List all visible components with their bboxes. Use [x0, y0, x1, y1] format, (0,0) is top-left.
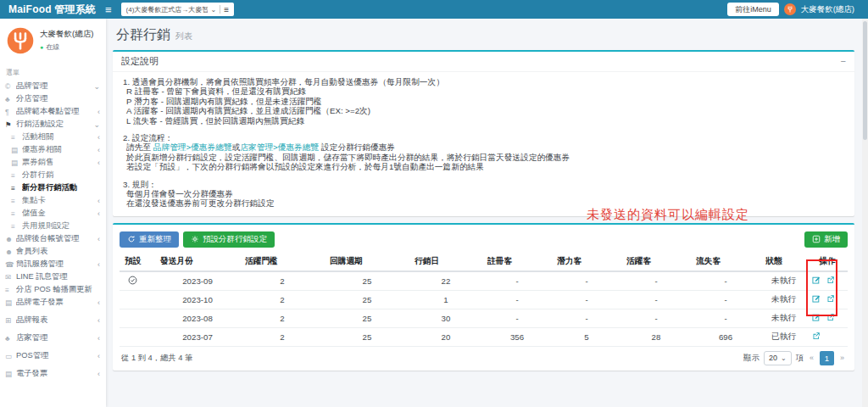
sidebar-item-pos-carousel-update[interactable]: ≡分店 POS 輪播圖更新 — [0, 283, 106, 296]
external-link-icon[interactable] — [812, 332, 821, 342]
sidebar-toggle-icon[interactable]: ≡ — [105, 3, 112, 16]
scrollbar[interactable] — [862, 19, 868, 407]
sidebar-item-ticket-sales[interactable]: ▤票券銷售‹ — [0, 156, 106, 169]
list-icon: ≡ — [11, 209, 22, 218]
page-title: 分群行銷 — [116, 26, 170, 44]
col-lost: 流失客 — [691, 253, 760, 271]
sitemap-icon: ♣ — [5, 95, 16, 103]
sidebar-item-shared-rules[interactable]: ≡共用規則設定 — [0, 220, 106, 232]
red-highlight-box — [806, 259, 837, 316]
chevron-down-icon: ⌄ — [211, 6, 217, 14]
chevron-icon: ‹ — [97, 370, 102, 378]
chevron-icon: ‹ — [97, 159, 102, 167]
sidebar-item-brand-reports[interactable]: ⊞品牌報表‹ — [0, 314, 106, 326]
sidebar-item-branch-management[interactable]: ♣分店管理 — [0, 92, 106, 105]
list-icon: ≡ — [11, 133, 22, 142]
table-row: 2023-09 2 25 22 - - - - 未執行 — [120, 271, 848, 291]
user-avatar[interactable] — [784, 3, 796, 15]
online-status-label: 在線 — [46, 42, 59, 52]
table-toolbar: 重新整理 預設分群行銷設定 新增 — [120, 231, 848, 248]
chevron-icon: ‹ — [97, 197, 102, 205]
users-icon: ☻ — [5, 248, 16, 256]
sidebar-item-backend-accounts[interactable]: ☻品牌後台帳號管理‹ — [0, 232, 106, 245]
collapse-button[interactable]: − — [841, 57, 846, 66]
chevron-icon: ⌄ — [93, 82, 102, 91]
brand-coupon-overview-link[interactable]: 品牌管理>優惠券總覽 — [153, 142, 232, 152]
sidebar-item-brand-template-meals[interactable]: ¶品牌範本餐點管理‹ — [0, 105, 106, 118]
list-icon: ≡ — [11, 184, 22, 192]
chevron-icon: ‹ — [97, 146, 102, 154]
sidebar-item-line-messages[interactable]: ✉LINE 訊息管理 — [0, 270, 106, 283]
default-settings-button[interactable]: 預設分群行銷設定 — [183, 231, 275, 248]
chevron-icon: ‹ — [97, 108, 102, 116]
prev-page-button[interactable]: « — [808, 354, 815, 362]
chevron-icon: ⌄ — [93, 120, 102, 129]
table-row: 2023-08 2 25 30 - - - - 未執行 — [120, 309, 848, 327]
sidebar-item-pos-management[interactable]: ▭POS管理‹ — [0, 349, 106, 362]
refresh-button[interactable]: 重新整理 — [120, 231, 179, 248]
divider — [220, 5, 220, 14]
fork-icon — [786, 5, 794, 14]
next-page-button[interactable]: » — [838, 354, 846, 362]
info-line: 每個月僅會發一次分群優惠券 — [123, 189, 844, 198]
sidebar-item-member-list[interactable]: ☻會員列表 — [0, 245, 106, 258]
sidebar-item-brand-management[interactable]: ©品牌管理⌄ — [0, 80, 106, 92]
store-switcher[interactable]: (4)大麥餐飲正式店→大麥智能餐飲 ⌄ ≡ — [121, 3, 235, 16]
store-icon: ♣ — [5, 334, 16, 343]
sidebar-item-activity-related[interactable]: ≡活動相關‹ — [0, 131, 106, 143]
page-1-button[interactable]: 1 — [820, 351, 834, 365]
sidebar-item-coupon-related[interactable]: ▤優惠券相關‹ — [0, 143, 106, 156]
sidebar-item-marketing-campaign-settings[interactable]: ⚑行銷活動設定⌄ — [0, 118, 106, 131]
invoice-icon: ▤ — [5, 298, 16, 307]
segment-marketing-table-card: 重新整理 預設分群行銷設定 新增 預設 發送月份 活躍門檻 回購週期 — [113, 223, 854, 371]
brand-icon: © — [5, 82, 16, 91]
coupon-icon: ▤ — [11, 146, 22, 154]
sidebar-item-store-management[interactable]: ♣店家管理‹ — [0, 332, 106, 344]
user-label[interactable]: 大麥餐飲(總店) — [801, 4, 854, 15]
main-content: 分群行銷 列表 設定說明 − 1. 透過會員分群機制，將會員依照購買頻率分群，每… — [106, 19, 868, 407]
scrollbar-thumb[interactable] — [863, 21, 867, 140]
store-select[interactable]: (4)大麥餐飲正式店→大麥智能餐飲 — [126, 5, 208, 14]
chevron-icon: ‹ — [97, 316, 102, 325]
page-size-select[interactable]: 20 ⌄ — [764, 351, 792, 365]
col-active-threshold: 活躍門檻 — [240, 253, 325, 271]
store-menu-icon[interactable]: ≡ — [224, 5, 229, 14]
goto-imenu-button[interactable]: 前往iMenu — [727, 3, 779, 16]
sidebar-item-einvoice[interactable]: ▤電子發票‹ — [0, 367, 106, 380]
monitor-icon: ▭ — [5, 352, 16, 360]
status-cell: 已執行 — [760, 327, 807, 346]
info-card-title: 設定說明 — [121, 55, 159, 68]
list-icon: ≡ — [11, 197, 22, 205]
table-header-row: 預設 發送月份 活躍門檻 回購週期 行銷日 註冊客 潛力客 活躍客 流失客 狀態… — [120, 253, 848, 271]
sidebar-item-points-card[interactable]: ≡集點卡‹ — [0, 194, 106, 207]
top-navbar: MaiFood 管理系統 ≡ (4)大麥餐飲正式店→大麥智能餐飲 ⌄ ≡ 前往i… — [0, 0, 868, 19]
col-potential: 潛力客 — [552, 253, 621, 271]
info-card-body: 1. 透過會員分群機制，將會員依照購買頻率分群，每月自動發送優惠券（每月限制一次… — [113, 72, 854, 216]
menu-section-label: 選單 — [0, 61, 106, 80]
actions-cell — [807, 327, 848, 346]
sidebar-item-brand-einvoice[interactable]: ▤品牌電子發票‹ — [0, 296, 106, 309]
store-coupon-overview-link[interactable]: 店家管理>優惠券總覽 — [240, 142, 319, 152]
add-button[interactable]: 新增 — [804, 231, 848, 248]
sidebar-item-sms-service[interactable]: ☎簡訊服務管理‹ — [0, 258, 106, 270]
sidebar-item-stored-value[interactable]: ≡儲值金‹ — [0, 207, 106, 220]
sidebar-item-new-segment-marketing[interactable]: ≡新分群行銷活動 — [0, 181, 106, 194]
org-name: 大麥餐飲(總店) — [40, 26, 93, 40]
chevron-icon: ‹ — [97, 352, 102, 360]
refresh-icon — [127, 235, 136, 243]
col-status: 狀態 — [760, 253, 807, 271]
table-info-label: 從 1 到 4，總共 4 筆 — [121, 353, 192, 364]
list-icon: ≡ — [5, 286, 16, 294]
sidebar-item-segment-marketing[interactable]: ≡分群行銷 — [0, 169, 106, 181]
status-cell: 未執行 — [760, 290, 807, 309]
users-icon: ☻ — [5, 235, 16, 243]
info-line: 請先至 品牌管理>優惠券總覽或店家管理>優惠券總覽 設定分群行銷優惠券 — [123, 142, 844, 152]
page-header: 分群行銷 列表 — [113, 19, 854, 50]
col-repurchase-cycle: 回購週期 — [325, 253, 409, 271]
col-send-month: 發送月份 — [155, 253, 240, 271]
add-icon — [812, 235, 821, 243]
col-marketing-day: 行銷日 — [409, 253, 482, 271]
gear-icon — [191, 235, 199, 243]
table-row: 2023-10 2 25 1 - - - - 未執行 — [120, 290, 848, 309]
chevron-icon: ‹ — [97, 209, 102, 218]
